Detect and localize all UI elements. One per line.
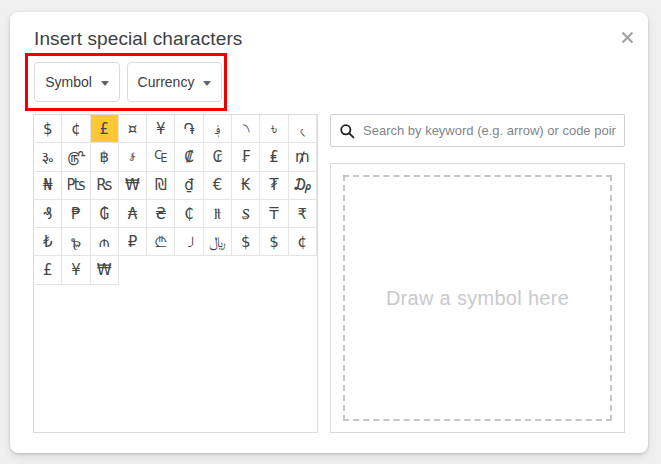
symbol-grid-panel: $¢£¤¥֏؋৲৳৻૱௹฿៛₠₡₢₣₤₥₦₧₨₩₪₫€₭₮₯₰₱₲₳₴₵₶₷₸₹… — [33, 114, 318, 433]
symbol-cell[interactable]: ¢ — [289, 228, 317, 256]
symbol-cell[interactable]: ₳ — [119, 200, 147, 228]
symbol-cell[interactable]: ¤ — [119, 115, 147, 143]
close-button[interactable] — [614, 24, 640, 50]
dialog-title: Insert special characters — [34, 28, 242, 50]
close-icon — [621, 31, 634, 44]
symbol-cell[interactable]: ₡ — [175, 143, 203, 171]
search-icon — [339, 123, 355, 139]
symbol-cell-selected[interactable]: £ — [91, 115, 119, 143]
insert-special-characters-dialog: Insert special characters Symbol Currenc… — [10, 12, 648, 453]
symbol-cell[interactable]: ৲ — [232, 115, 260, 143]
symbol-cell[interactable]: ؋ — [204, 115, 232, 143]
symbol-cell[interactable]: ₰ — [34, 200, 62, 228]
symbol-cell[interactable]: ₺ — [34, 228, 62, 256]
subcategory-dropdown-currency[interactable]: Currency — [127, 62, 222, 102]
symbol-cell[interactable]: ₭ — [232, 172, 260, 200]
symbol-cell[interactable]: ₻ — [62, 228, 90, 256]
symbol-cell[interactable]: £ — [34, 256, 62, 284]
draw-panel: Draw a symbol here — [330, 163, 625, 433]
symbol-cell[interactable]: ₨ — [91, 172, 119, 200]
symbol-cell[interactable]: ₠ — [147, 143, 175, 171]
symbol-cell[interactable]: ₫ — [175, 172, 203, 200]
symbol-search-box — [330, 114, 625, 147]
symbol-cell[interactable]: ₲ — [91, 200, 119, 228]
draw-placeholder-text: Draw a symbol here — [386, 287, 569, 310]
symbol-cell[interactable]: € — [204, 172, 232, 200]
category-dropdown-symbol[interactable]: Symbol — [34, 62, 120, 102]
symbol-cell[interactable]: ₣ — [232, 143, 260, 171]
symbol-cell[interactable]: $ — [232, 228, 260, 256]
subcategory-dropdown-label: Currency — [138, 74, 195, 90]
symbol-cell[interactable]: ¥ — [62, 256, 90, 284]
symbol-cell[interactable]: ₦ — [34, 172, 62, 200]
chevron-down-icon — [203, 81, 211, 86]
symbol-cell[interactable]: ₽ — [119, 228, 147, 256]
symbol-cell[interactable]: ₪ — [147, 172, 175, 200]
symbol-cell[interactable]: ៛ — [119, 143, 147, 171]
symbol-cell[interactable]: ₩ — [119, 172, 147, 200]
symbol-cell[interactable]: ¥ — [147, 115, 175, 143]
symbol-cell[interactable]: ₸ — [260, 200, 288, 228]
symbol-cell[interactable]: ¢ — [62, 115, 90, 143]
symbol-cell[interactable]: ৳ — [260, 115, 288, 143]
symbol-cell[interactable]: ₵ — [175, 200, 203, 228]
symbol-cell[interactable]: ₶ — [204, 200, 232, 228]
symbol-cell[interactable]: ૱ — [34, 143, 62, 171]
draw-symbol-canvas[interactable]: Draw a symbol here — [343, 175, 612, 421]
symbol-cell[interactable]: ₧ — [62, 172, 90, 200]
symbol-cell[interactable]: ﷼ — [204, 228, 232, 256]
symbol-cell[interactable]: ꠸ — [175, 228, 203, 256]
symbol-cell[interactable]: ₷ — [232, 200, 260, 228]
symbol-cell[interactable]: ₾ — [147, 228, 175, 256]
symbol-cell[interactable]: ₮ — [260, 172, 288, 200]
chevron-down-icon — [101, 81, 109, 86]
symbol-cell[interactable]: ₥ — [289, 143, 317, 171]
symbol-cell[interactable]: $ — [260, 228, 288, 256]
symbol-cell[interactable]: ௹ — [62, 143, 90, 171]
symbol-cell[interactable]: ₢ — [204, 143, 232, 171]
category-dropdown-label: Symbol — [45, 74, 92, 90]
symbol-cell[interactable]: ৻ — [289, 115, 317, 143]
symbol-cell[interactable]: ₤ — [260, 143, 288, 171]
symbol-cell[interactable]: $ — [34, 115, 62, 143]
symbol-cell[interactable]: ₱ — [62, 200, 90, 228]
symbol-cell[interactable]: ₹ — [289, 200, 317, 228]
symbol-grid: $¢£¤¥֏؋৲৳৻૱௹฿៛₠₡₢₣₤₥₦₧₨₩₪₫€₭₮₯₰₱₲₳₴₵₶₷₸₹… — [34, 115, 317, 285]
symbol-cell[interactable]: ₯ — [289, 172, 317, 200]
search-input[interactable] — [363, 123, 616, 138]
symbol-cell[interactable]: ₩ — [91, 256, 119, 284]
symbol-cell[interactable]: ฿ — [91, 143, 119, 171]
symbol-cell[interactable]: ₴ — [147, 200, 175, 228]
symbol-cell[interactable]: ֏ — [175, 115, 203, 143]
symbol-cell[interactable]: ₼ — [91, 228, 119, 256]
